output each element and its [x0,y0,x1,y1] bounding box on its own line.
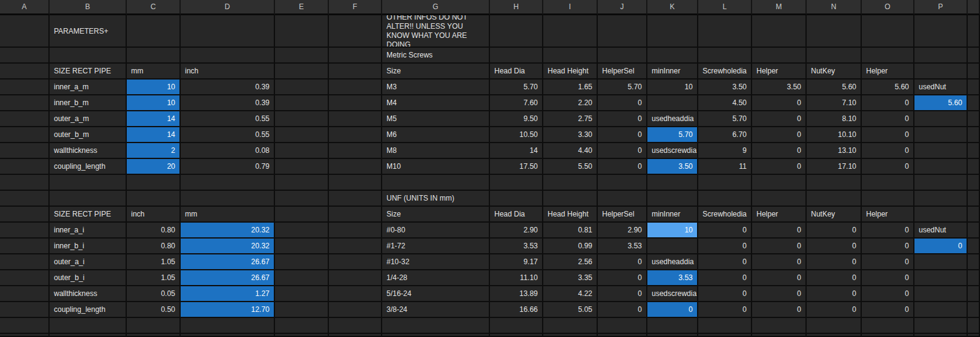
cell-K6[interactable]: usedheaddia [647,111,698,127]
cell-G6[interactable]: M5 [382,111,490,127]
cell-x7[interactable] [968,127,980,143]
cell-C3[interactable]: mm [127,64,181,80]
cell-B16[interactable]: outer_b_i [50,270,127,286]
cell-N1[interactable] [807,15,862,48]
cell-C18[interactable]: 0.50 [127,302,181,318]
cell-x20[interactable] [968,334,980,337]
cell-K14[interactable] [647,239,698,254]
cell-I11[interactable] [543,191,598,207]
cell-P16[interactable] [914,270,968,286]
cell-I18[interactable]: 5.05 [543,302,598,318]
cell-F8[interactable] [329,143,382,159]
cell-P11[interactable] [914,191,968,207]
cell-J19[interactable] [598,318,647,334]
cell-E14[interactable] [275,239,329,254]
cell-E3[interactable] [275,64,329,80]
cell-F17[interactable] [329,286,382,302]
cell-N12[interactable]: NutKey [807,207,862,223]
cell-M7[interactable]: 0 [752,127,807,143]
cell-L14[interactable]: 0 [698,239,752,254]
cell-A20[interactable] [0,334,50,337]
cell-J6[interactable]: 0 [598,111,647,127]
cell-N16[interactable]: 0 [807,270,862,286]
cell-G2[interactable]: Metric Screws [382,48,490,64]
cell-O4[interactable]: 5.60 [862,80,914,95]
cell-I2[interactable] [543,48,598,64]
cell-L16[interactable]: 0 [698,270,752,286]
cell-H7[interactable]: 10.50 [490,127,543,143]
cell-C7[interactable]: 14 [127,127,181,143]
cell-B7[interactable]: outer_b_m [50,127,127,143]
cell-J10[interactable] [598,175,647,191]
column-header-A[interactable]: A [0,0,50,15]
cell-A15[interactable] [0,254,50,270]
cell-L17[interactable]: 0 [698,286,752,302]
cell-J8[interactable]: 0 [598,143,647,159]
cell-I19[interactable] [543,318,598,334]
cell-F4[interactable] [329,80,382,95]
cell-I4[interactable]: 1.65 [543,80,598,95]
cell-G12[interactable]: Size [382,207,490,223]
cell-F15[interactable] [329,254,382,270]
cell-F9[interactable] [329,159,382,175]
cell-C1[interactable] [127,15,181,48]
cell-O17[interactable]: 0 [862,286,914,302]
cell-B5[interactable]: inner_b_m [50,95,127,111]
cell-A11[interactable] [0,191,50,207]
cell-E6[interactable] [275,111,329,127]
cell-H16[interactable]: 11.10 [490,270,543,286]
cell-P20[interactable] [914,334,968,337]
cell-H4[interactable]: 5.70 [490,80,543,95]
cell-B4[interactable]: inner_a_m [50,80,127,95]
cell-K20[interactable] [647,334,698,337]
cell-C8[interactable]: 2 [127,143,181,159]
cell-K16[interactable]: 3.53 [647,270,698,286]
column-header-F[interactable]: F [329,0,382,15]
cell-x13[interactable] [968,223,980,239]
cell-I7[interactable]: 3.30 [543,127,598,143]
cell-M8[interactable]: 0 [752,143,807,159]
cell-N9[interactable]: 17.10 [807,159,862,175]
cell-G16[interactable]: 1/4-28 [382,270,490,286]
cell-I10[interactable] [543,175,598,191]
cell-P10[interactable] [914,175,968,191]
cell-I15[interactable]: 2.56 [543,254,598,270]
cell-I8[interactable]: 4.40 [543,143,598,159]
cell-L6[interactable]: 5.70 [698,111,752,127]
cell-F19[interactable] [329,318,382,334]
cell-C14[interactable]: 0.80 [127,239,181,254]
cell-E5[interactable] [275,95,329,111]
cell-E4[interactable] [275,80,329,95]
cell-x14[interactable] [968,239,980,254]
cell-G8[interactable]: M8 [382,143,490,159]
cell-C9[interactable]: 20 [127,159,181,175]
cell-I5[interactable]: 2.20 [543,95,598,111]
cell-D12[interactable]: mm [181,207,275,223]
column-header-K[interactable]: K [647,0,698,15]
cell-K19[interactable] [647,318,698,334]
cell-I3[interactable]: Head Height [543,64,598,80]
cell-E11[interactable] [275,191,329,207]
cell-K2[interactable] [647,48,698,64]
cell-L20[interactable] [698,334,752,337]
cell-H18[interactable]: 16.66 [490,302,543,318]
cell-B12[interactable]: SIZE RECT PIPE [50,207,127,223]
cell-G15[interactable]: #10-32 [382,254,490,270]
cell-K7[interactable]: 5.70 [647,127,698,143]
cell-N11[interactable] [807,191,862,207]
cell-M14[interactable]: 0 [752,239,807,254]
cell-J20[interactable] [598,334,647,337]
cell-F11[interactable] [329,191,382,207]
cell-B3[interactable]: SIZE RECT PIPE [50,64,127,80]
cell-O20[interactable] [862,334,914,337]
cell-O19[interactable] [862,318,914,334]
cell-M5[interactable]: 0 [752,95,807,111]
cell-K4[interactable]: 10 [647,80,698,95]
cell-J17[interactable]: 0 [598,286,647,302]
cell-G18[interactable]: 3/8-24 [382,302,490,318]
cell-O14[interactable]: 0 [862,239,914,254]
cell-G3[interactable]: Size [382,64,490,80]
cell-N17[interactable]: 0 [807,286,862,302]
cell-O11[interactable] [862,191,914,207]
cell-L3[interactable]: Screwholedia [698,64,752,80]
